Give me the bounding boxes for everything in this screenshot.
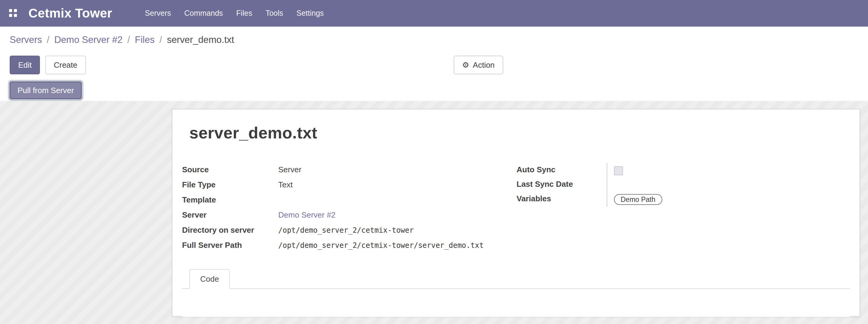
breadcrumb: Servers / Demo Server #2 / Files / serve… xyxy=(0,27,868,53)
menu-item-tools[interactable]: Tools xyxy=(266,6,283,21)
field-value-directory: /opt/demo_server_2/cetmix-tower xyxy=(278,226,414,234)
tab-code[interactable]: Code xyxy=(189,269,230,289)
control-panel: Edit Create ⚙ Action xyxy=(0,53,868,77)
field-value-file-type: Text xyxy=(278,180,293,189)
field-value-source: Server xyxy=(278,165,302,174)
apps-grid-square xyxy=(9,13,12,17)
field-value-variables: Demo Path xyxy=(607,192,850,207)
field-row-full-path: Full Server Path /opt/demo_server_2/cetm… xyxy=(182,239,517,254)
apps-grid-square xyxy=(14,13,17,17)
field-row-server: Server Demo Server #2 xyxy=(182,208,517,224)
field-label-variables: Variables xyxy=(517,192,607,207)
menu-item-files[interactable]: Files xyxy=(236,6,252,21)
form-sheet: server_demo.txt Source Server File Type … xyxy=(172,109,860,317)
create-button[interactable]: Create xyxy=(45,56,86,74)
form-header-actions: Pull from Server xyxy=(0,77,868,101)
apps-grid-icon[interactable] xyxy=(9,9,18,18)
field-row-file-type: File Type Text xyxy=(182,178,517,193)
field-label-source: Source xyxy=(182,165,278,174)
breadcrumb-separator: / xyxy=(155,34,167,45)
field-value-full-path: /opt/demo_server_2/cetmix-tower/server_d… xyxy=(278,241,484,250)
field-label-file-type: File Type xyxy=(182,180,278,189)
field-label-full-path: Full Server Path xyxy=(182,240,278,250)
field-row-directory: Directory on server /opt/demo_server_2/c… xyxy=(182,224,517,239)
field-row-template: Template xyxy=(182,193,517,208)
top-menu: Servers Commands Files Tools Settings xyxy=(145,6,324,21)
field-label-last-sync-date: Last Sync Date xyxy=(517,178,607,192)
gear-icon: ⚙ xyxy=(462,61,469,69)
breadcrumb-separator: / xyxy=(123,34,135,45)
top-navbar: Cetmix Tower Servers Commands Files Tool… xyxy=(0,0,868,27)
breadcrumb-link-demo-server-2[interactable]: Demo Server #2 xyxy=(54,34,123,45)
notebook-tabs: Code xyxy=(182,269,850,289)
field-value-server-link[interactable]: Demo Server #2 xyxy=(278,210,335,220)
tab-content-code xyxy=(182,289,850,317)
form-background: server_demo.txt Source Server File Type … xyxy=(0,101,868,324)
field-label-server: Server xyxy=(182,210,278,220)
pull-from-server-button[interactable]: Pull from Server xyxy=(10,82,82,99)
menu-item-servers[interactable]: Servers xyxy=(145,6,171,21)
apps-grid-square xyxy=(14,9,17,12)
auto-sync-checkbox[interactable] xyxy=(614,166,623,175)
variable-tag-demo-path: Demo Path xyxy=(614,194,662,205)
field-label-template: Template xyxy=(182,195,278,204)
app-brand[interactable]: Cetmix Tower xyxy=(28,6,112,21)
field-value-auto-sync xyxy=(607,163,850,178)
apps-grid-square xyxy=(9,9,12,12)
action-button-label: Action xyxy=(473,61,495,69)
edit-button[interactable]: Edit xyxy=(10,56,40,74)
breadcrumb-link-files[interactable]: Files xyxy=(135,34,155,45)
field-group-right: Auto Sync Last Sync Date Variables Demo … xyxy=(517,163,850,207)
app-window: Cetmix Tower Servers Commands Files Tool… xyxy=(0,0,868,324)
breadcrumb-link-servers[interactable]: Servers xyxy=(10,34,42,45)
action-button[interactable]: ⚙ Action xyxy=(454,56,503,74)
menu-item-settings[interactable]: Settings xyxy=(297,6,323,21)
breadcrumb-separator: / xyxy=(42,34,55,45)
breadcrumb-current: server_demo.txt xyxy=(167,34,234,45)
field-group-left: Source Server File Type Text Template Se… xyxy=(182,163,517,254)
menu-item-commands[interactable]: Commands xyxy=(184,6,223,21)
record-title: server_demo.txt xyxy=(189,124,850,143)
field-label-auto-sync: Auto Sync xyxy=(517,163,607,178)
field-row-source: Source Server xyxy=(182,163,517,178)
field-groups: Source Server File Type Text Template Se… xyxy=(182,163,850,254)
field-value-last-sync-date xyxy=(607,178,850,192)
field-label-directory: Directory on server xyxy=(182,225,278,234)
